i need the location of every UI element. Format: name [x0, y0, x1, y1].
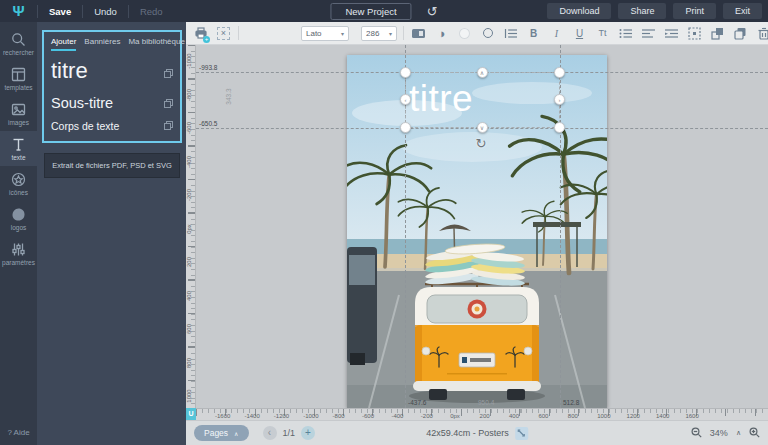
resize-handle-right[interactable]: ›: [554, 94, 565, 105]
design-app: Ψ Save Undo Redo New Project ↺ Download …: [0, 0, 768, 445]
deselect-icon[interactable]: ×: [215, 25, 232, 42]
h-ruler-label: -1000: [303, 413, 318, 419]
bullet-list-icon[interactable]: [617, 25, 634, 42]
underline-button[interactable]: U: [571, 25, 588, 42]
stroke-color-icon[interactable]: [479, 25, 496, 42]
zoom-menu-caret-icon[interactable]: ∧: [736, 429, 741, 437]
bold-button[interactable]: B: [525, 25, 542, 42]
vertical-ruler[interactable]: -1000-800-600-400-2000px2004006008001000: [186, 45, 196, 408]
workspace: + × Lato▾ 286▾ ◑ B I U Tt: [186, 22, 768, 445]
color-swatch-icon[interactable]: [410, 25, 427, 42]
import-files-button[interactable]: Extrait de fichiers PDF, PSD et SVG: [44, 153, 180, 178]
horizontal-ruler[interactable]: -1600-1400-1200-1000-800-600-400-2000px2…: [196, 408, 768, 420]
text-style-item-title[interactable]: titre: [51, 58, 173, 84]
new-project-button[interactable]: New Project: [330, 3, 411, 20]
sidebar-item-logos[interactable]: logos: [0, 201, 37, 236]
text-style-item-body[interactable]: Corps de texte: [51, 120, 173, 132]
sidebar-item-icones[interactable]: icônes: [0, 166, 37, 201]
fill-color-icon[interactable]: [456, 25, 473, 42]
resize-handle-bottom-left[interactable]: [400, 122, 411, 133]
exit-button[interactable]: Exit: [723, 3, 762, 19]
resize-handle-top[interactable]: ∧: [477, 67, 488, 78]
v-ruler-label: 0px: [186, 219, 192, 239]
rotate-handle-icon[interactable]: ↻: [476, 136, 487, 151]
redo-button[interactable]: Redo: [129, 6, 174, 17]
document-size-label: 42x59.4cm - Posters: [426, 428, 509, 438]
tab-ma-bibliothèque[interactable]: Ma bibliothèque: [128, 37, 184, 51]
duplicate-icon[interactable]: [732, 25, 749, 42]
zoom-in-icon[interactable]: [749, 427, 760, 440]
guide-value-right: 512.8: [563, 399, 579, 406]
guide-value-width: 950.4: [478, 399, 494, 406]
app-logo-icon[interactable]: Ψ: [0, 0, 37, 22]
pages-button[interactable]: Pages∧: [194, 425, 249, 441]
text-icon: [11, 137, 26, 152]
canvas-area[interactable]: -993.8 -650.5 343.3 -437.6 950.4 512.8 t…: [186, 45, 768, 420]
prev-page-button[interactable]: ‹: [263, 426, 277, 440]
text-style-item-subtitle[interactable]: Sous-titre: [51, 95, 173, 111]
tab-ajouter[interactable]: Ajouter: [51, 37, 76, 51]
resize-handle-left[interactable]: ‹: [400, 94, 411, 105]
v-ruler-label: 1000: [186, 386, 192, 406]
arrange-layer-icon[interactable]: [709, 25, 726, 42]
history-icon[interactable]: ↺: [427, 5, 438, 18]
resize-handle-bottom-right[interactable]: [554, 122, 565, 133]
resize-handle-top-right[interactable]: [554, 67, 565, 78]
undo-button[interactable]: Undo: [83, 6, 128, 17]
guide-value-left: -437.6: [408, 399, 426, 406]
sidebar-item-label: icônes: [9, 189, 28, 196]
h-ruler-label: 800: [568, 413, 578, 419]
text-style-label: Corps de texte: [51, 120, 119, 132]
print-button[interactable]: Print: [673, 3, 716, 19]
download-button[interactable]: Download: [547, 3, 611, 19]
sidebar-item-parametres[interactable]: paramètres: [0, 236, 37, 271]
font-size-select[interactable]: 286▾: [361, 26, 397, 41]
contrast-icon[interactable]: ◑: [433, 25, 450, 42]
line-spacing-icon[interactable]: [502, 25, 519, 42]
delete-icon[interactable]: [755, 25, 768, 42]
v-ruler-label: 600: [186, 319, 192, 339]
v-ruler-label: -600: [186, 118, 192, 138]
insert-icon[interactable]: [164, 95, 173, 111]
chevron-down-icon: ▾: [389, 30, 392, 37]
v-ruler-label: -200: [186, 185, 192, 205]
sidebar-item-rechercher[interactable]: rechercher: [0, 26, 37, 61]
add-to-print-icon[interactable]: +: [192, 25, 209, 42]
sidebar-item-label: images: [8, 119, 29, 126]
resize-handle-top-left[interactable]: [400, 67, 411, 78]
selection-box[interactable]: ∧ ‹ › ∨ ↻: [405, 72, 560, 128]
h-ruler-label: 1000: [597, 413, 610, 419]
crop-selection-icon[interactable]: [686, 25, 703, 42]
bottom-bar: Pages∧ ‹ 1/1 + 42x59.4cm - Posters 34% ∧: [186, 420, 768, 445]
add-page-button[interactable]: +: [301, 426, 315, 440]
sidebar-item-templates[interactable]: templates: [0, 61, 37, 96]
zoom-level[interactable]: 34%: [710, 428, 728, 438]
insert-icon[interactable]: [164, 58, 173, 84]
resize-document-icon[interactable]: [515, 427, 528, 440]
text-case-button[interactable]: Tt: [594, 25, 611, 42]
guide-value-bottom: -650.5: [199, 120, 217, 127]
h-ruler-label: -800: [333, 413, 345, 419]
h-ruler-label: -1600: [215, 413, 230, 419]
tab-bannières[interactable]: Bannières: [84, 37, 120, 51]
divider: [238, 26, 239, 40]
v-ruler-label: 400: [186, 286, 192, 306]
save-button[interactable]: Save: [38, 6, 82, 17]
resize-handle-bottom[interactable]: ∨: [477, 122, 488, 133]
v-ruler-label: 800: [186, 353, 192, 373]
h-ruler-label: -600: [362, 413, 374, 419]
insert-icon[interactable]: [164, 120, 173, 132]
italic-button[interactable]: I: [548, 25, 565, 42]
font-family-select[interactable]: Lato▾: [301, 26, 349, 41]
ruler-units-button[interactable]: U: [186, 408, 196, 420]
chevron-up-icon: ∧: [234, 430, 238, 437]
zoom-out-icon[interactable]: [691, 427, 702, 440]
search-icon: [11, 32, 26, 47]
indent-icon[interactable]: [663, 25, 680, 42]
sidebar-item-texte[interactable]: texte: [0, 131, 37, 166]
share-button[interactable]: Share: [618, 3, 666, 19]
v-ruler-label: -800: [186, 85, 192, 105]
sidebar-item-images[interactable]: images: [0, 96, 37, 131]
align-text-icon[interactable]: [640, 25, 657, 42]
help-link[interactable]: ? Aide: [0, 428, 37, 437]
